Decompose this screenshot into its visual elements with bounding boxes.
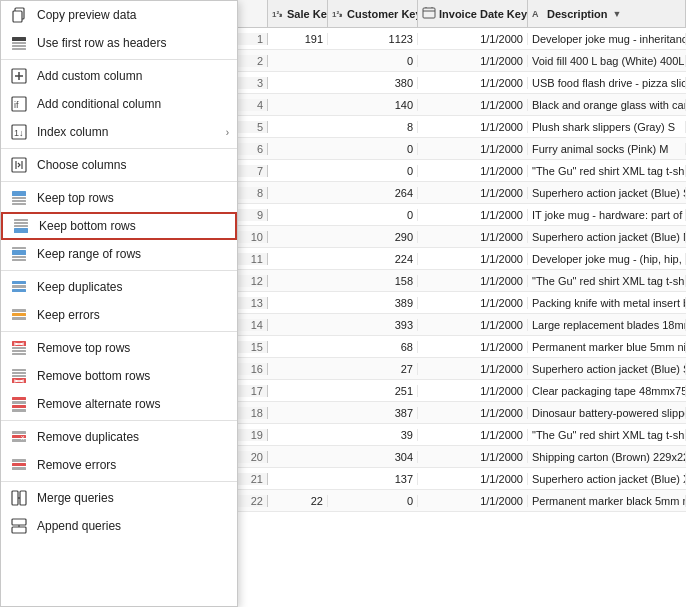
row-number: 2 — [238, 55, 268, 67]
menu-item-merge-queries[interactable]: Merge queries — [1, 484, 237, 512]
row-number: 3 — [238, 77, 268, 89]
cell-desc: USB food flash drive - pizza slice — [528, 77, 686, 89]
menu-item-append-queries[interactable]: Append queries — [1, 512, 237, 540]
menu-item-label: Add conditional column — [37, 97, 229, 111]
menu-item-remove-duplicates[interactable]: x Remove duplicates — [1, 423, 237, 451]
keep-err-icon — [9, 305, 29, 325]
table-row: 203041/1/2000Shipping carton (Brown) 229… — [238, 446, 686, 468]
svg-rect-56 — [12, 467, 26, 470]
menu-item-label: Keep range of rows — [37, 247, 229, 261]
svg-rect-4 — [12, 45, 26, 47]
col-label-customer: Customer Key — [347, 8, 418, 20]
svg-rect-40 — [12, 369, 26, 371]
menu-item-add-conditional-col[interactable]: if Add conditional column — [1, 90, 237, 118]
menu-item-remove-alternate-rows[interactable]: Remove alternate rows — [1, 390, 237, 418]
svg-rect-16 — [12, 191, 26, 196]
cell-desc: Developer joke mug - inheritance is t — [528, 33, 686, 45]
menu-item-choose-columns[interactable]: Choose columns — [1, 151, 237, 179]
cell-desc: Superhero action jacket (Blue) S — [528, 187, 686, 199]
cell-desc: "The Gu" red shirt XML tag t-shirt (W — [528, 275, 686, 287]
cell-desc: Developer joke mug - (hip, hip, array — [528, 253, 686, 265]
svg-text:if: if — [14, 100, 19, 110]
svg-rect-18 — [12, 200, 26, 202]
svg-rect-33 — [12, 317, 26, 320]
cell-invoice: 1/1/2000 — [418, 33, 528, 45]
menu-item-add-custom-col[interactable]: Add custom column — [1, 62, 237, 90]
cell-customer: 387 — [328, 407, 418, 419]
row-number: 1 — [238, 33, 268, 45]
col-dropdown-desc[interactable]: ▼ — [613, 9, 622, 19]
svg-rect-58 — [20, 491, 26, 505]
col-header-invoice[interactable]: Invoice Date Key▼ — [418, 0, 528, 27]
remove-top-icon — [9, 338, 29, 358]
menu-item-remove-bottom-rows[interactable]: Remove bottom rows — [1, 362, 237, 390]
table-row: 222201/1/2000Permanent marker black 5mm … — [238, 490, 686, 512]
col-header-sale[interactable]: 1²₃Sale Key▼ — [268, 0, 328, 27]
menu-item-label: Remove top rows — [37, 341, 229, 355]
menu-item-label: Remove alternate rows — [37, 397, 229, 411]
svg-rect-27 — [12, 259, 26, 261]
svg-rect-30 — [12, 289, 26, 292]
row-number: 11 — [238, 253, 268, 265]
cell-desc: Permanent marker blue 5mm nib (Blu — [528, 341, 686, 353]
cell-desc: Furry animal socks (Pink) M — [528, 143, 686, 155]
col-header-desc[interactable]: ADescription▼ — [528, 0, 686, 27]
col-header-customer[interactable]: 1²₃Customer Key▼ — [328, 0, 418, 27]
table-row: 33801/1/2000USB food flash drive - pizza… — [238, 72, 686, 94]
menu-item-label: Append queries — [37, 519, 229, 533]
svg-rect-25 — [12, 250, 26, 255]
svg-text:1²₃: 1²₃ — [272, 10, 283, 19]
table-header: 1²₃Sale Key▼1²₃Customer Key▼Invoice Date… — [238, 0, 686, 28]
cell-customer: 39 — [328, 429, 418, 441]
menu-item-remove-errors[interactable]: Remove errors — [1, 451, 237, 479]
merge-icon — [9, 488, 29, 508]
cell-invoice: 1/1/2000 — [418, 55, 528, 67]
svg-rect-3 — [12, 42, 26, 44]
cell-invoice: 1/1/2000 — [418, 297, 528, 309]
menu-item-label: Index column — [37, 125, 226, 139]
svg-rect-48 — [12, 405, 26, 408]
cell-customer: 290 — [328, 231, 418, 243]
svg-rect-28 — [12, 281, 26, 284]
table-row: 82641/1/2000Superhero action jacket (Blu… — [238, 182, 686, 204]
cell-desc: IT joke mug - hardware: part of the c — [528, 209, 686, 221]
svg-text:A: A — [532, 9, 539, 19]
svg-rect-57 — [12, 491, 18, 505]
text-col-icon: A — [532, 7, 544, 21]
menu-item-label: Remove bottom rows — [37, 369, 229, 383]
menu-item-keep-errors[interactable]: Keep errors — [1, 301, 237, 329]
menu-separator — [1, 148, 237, 149]
menu-item-label: Use first row as headers — [37, 36, 229, 50]
123-col-icon: 1²₃ — [332, 7, 344, 21]
cell-customer: 393 — [328, 319, 418, 331]
table-row: 211371/1/2000Superhero action jacket (Bl… — [238, 468, 686, 490]
row-num-header — [238, 0, 268, 27]
menu-item-index-column[interactable]: 1↓ Index column› — [1, 118, 237, 146]
svg-rect-55 — [12, 463, 26, 466]
cell-invoice: 1/1/2000 — [418, 407, 528, 419]
index-col-icon: 1↓ — [9, 122, 29, 142]
svg-rect-32 — [12, 313, 26, 316]
row-number: 12 — [238, 275, 268, 287]
cell-customer: 68 — [328, 341, 418, 353]
menu-item-keep-range-rows[interactable]: Keep range of rows — [1, 240, 237, 268]
menu-item-label: Keep duplicates — [37, 280, 229, 294]
menu-item-keep-bottom-rows[interactable]: Keep bottom rows — [1, 212, 237, 240]
cell-customer: 27 — [328, 363, 418, 375]
row-number: 19 — [238, 429, 268, 441]
cell-customer: 389 — [328, 297, 418, 309]
table-row: 102901/1/2000Superhero action jacket (Bl… — [238, 226, 686, 248]
cell-invoice: 1/1/2000 — [418, 165, 528, 177]
col-label-desc: Description — [547, 8, 608, 20]
cell-customer: 140 — [328, 99, 418, 111]
table-body: 119111231/1/2000Developer joke mug - inh… — [238, 28, 686, 607]
menu-item-keep-duplicates[interactable]: Keep duplicates — [1, 273, 237, 301]
menu-item-copy-preview[interactable]: Copy preview data — [1, 1, 237, 29]
remove-bottom-icon — [9, 366, 29, 386]
menu-item-use-first-row[interactable]: Use first row as headers — [1, 29, 237, 57]
menu-separator — [1, 270, 237, 271]
menu-item-remove-top-rows[interactable]: Remove top rows — [1, 334, 237, 362]
keep-bottom-icon — [11, 216, 31, 236]
menu-item-keep-top-rows[interactable]: Keep top rows — [1, 184, 237, 212]
table-row: 601/1/2000Furry animal socks (Pink) M — [238, 138, 686, 160]
